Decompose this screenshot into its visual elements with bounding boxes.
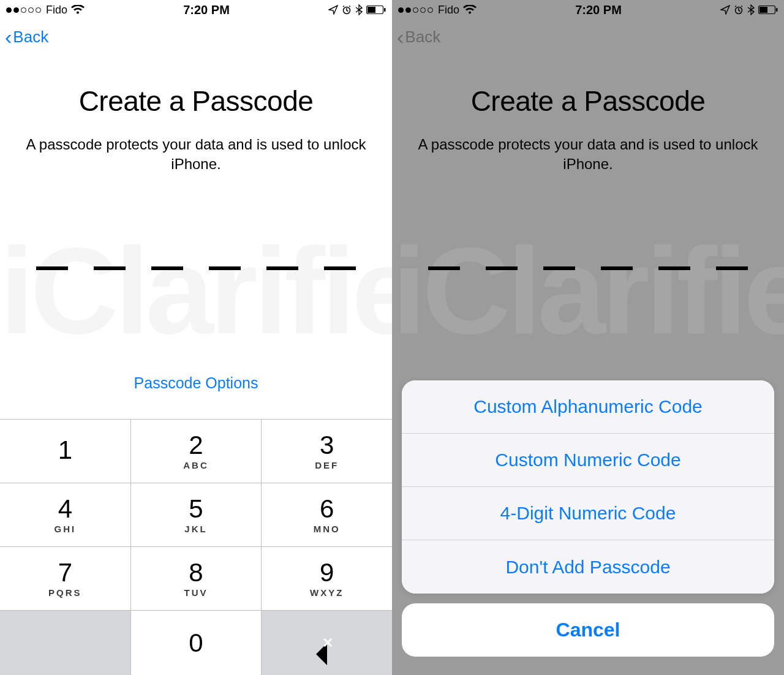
option-skip-passcode[interactable]: Don't Add Passcode — [402, 540, 774, 594]
status-left: Fido — [6, 4, 85, 17]
back-button[interactable]: ‹ Back — [5, 26, 48, 47]
carrier-label: Fido — [46, 4, 67, 17]
passcode-field[interactable] — [0, 266, 392, 270]
option-alphanumeric[interactable]: Custom Alphanumeric Code — [402, 380, 774, 434]
location-icon — [720, 5, 730, 15]
page-subtitle: A passcode protects your data and is use… — [0, 135, 392, 175]
screen-passcode-options-sheet: iClarified Fido 7:20 PM ‹ Back Create a … — [392, 0, 784, 675]
status-bar: Fido 7:20 PM — [392, 0, 784, 20]
key-blank — [0, 610, 131, 675]
key-0[interactable]: 0 — [131, 610, 262, 675]
svg-rect-3 — [384, 8, 386, 12]
signal-strength-icon — [398, 7, 433, 13]
page-title: Create a Passcode — [0, 85, 392, 118]
status-right — [328, 4, 386, 15]
key-7[interactable]: 7PQRS — [0, 546, 131, 610]
clock-label: 7:20 PM — [183, 3, 230, 17]
battery-icon — [366, 6, 386, 14]
clock-label: 7:20 PM — [575, 3, 622, 17]
signal-strength-icon — [6, 7, 41, 13]
key-6[interactable]: 6MNO — [262, 483, 392, 546]
option-custom-numeric[interactable]: Custom Numeric Code — [402, 434, 774, 487]
page-subtitle: A passcode protects your data and is use… — [392, 135, 784, 175]
wifi-icon — [463, 5, 477, 15]
key-8[interactable]: 8TUV — [131, 546, 262, 610]
bluetooth-icon — [747, 4, 755, 15]
status-bar: Fido 7:20 PM — [0, 0, 392, 20]
passcode-field — [392, 266, 784, 270]
svg-rect-2 — [368, 7, 375, 13]
wifi-icon — [71, 5, 85, 15]
action-sheet: Custom Alphanumeric Code Custom Numeric … — [402, 380, 774, 657]
back-label: Back — [405, 28, 440, 47]
status-right — [720, 4, 778, 15]
alarm-icon — [342, 5, 352, 15]
chevron-left-icon: ‹ — [5, 26, 12, 47]
key-3[interactable]: 3DEF — [262, 419, 392, 483]
bluetooth-icon — [355, 4, 363, 15]
passcode-options-button[interactable]: Passcode Options — [134, 374, 258, 392]
option-4digit[interactable]: 4-Digit Numeric Code — [402, 487, 774, 540]
action-sheet-options: Custom Alphanumeric Code Custom Numeric … — [402, 380, 774, 594]
carrier-label: Fido — [438, 4, 459, 17]
svg-rect-6 — [760, 7, 767, 13]
key-5[interactable]: 5JKL — [131, 483, 262, 546]
svg-rect-7 — [776, 8, 778, 12]
key-backspace[interactable]: ✕ — [262, 610, 392, 675]
key-1[interactable]: 1 — [0, 419, 131, 483]
status-left: Fido — [398, 4, 477, 17]
back-label: Back — [13, 28, 48, 47]
chevron-left-icon: ‹ — [397, 26, 404, 47]
alarm-icon — [734, 5, 744, 15]
key-9[interactable]: 9WXYZ — [262, 546, 392, 610]
key-4[interactable]: 4GHI — [0, 483, 131, 546]
page-title: Create a Passcode — [392, 85, 784, 118]
screen-create-passcode: iClarified Fido 7:20 PM ‹ Back Create a … — [0, 0, 392, 675]
cancel-button[interactable]: Cancel — [402, 603, 774, 657]
nav-bar: ‹ Back — [0, 20, 392, 54]
location-icon — [328, 5, 338, 15]
back-button: ‹ Back — [397, 26, 440, 47]
numeric-keypad: 1 2ABC 3DEF 4GHI 5JKL 6MNO 7PQRS 8TUV 9W… — [0, 419, 392, 675]
key-2[interactable]: 2ABC — [131, 419, 262, 483]
battery-icon — [758, 6, 778, 14]
nav-bar: ‹ Back — [392, 20, 784, 54]
